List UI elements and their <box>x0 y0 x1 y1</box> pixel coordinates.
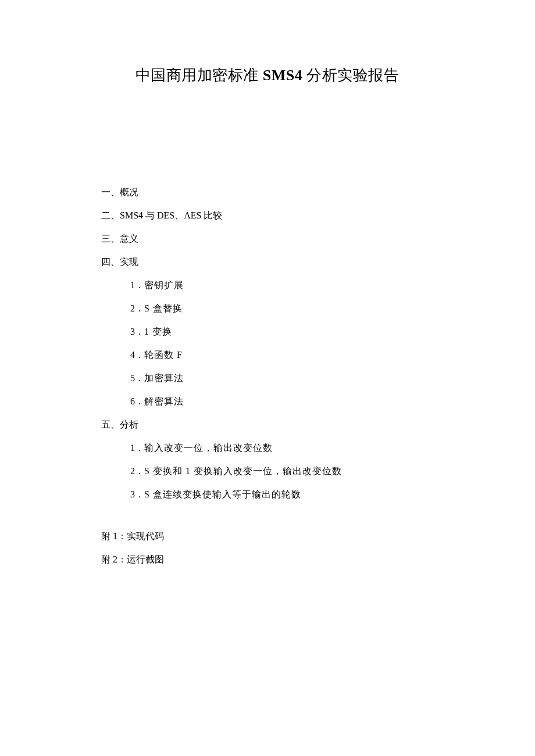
title-bold: SMS4 <box>263 67 302 84</box>
toc-section-5-1: 1 . 输入改变一位，输出改变位数 <box>101 441 433 455</box>
document-title: 中国商用加密标准 SMS4 分析实验报告 <box>101 65 433 85</box>
table-of-contents: 一、概况 二、SMS4 与 DES、AES 比较 三、意义 四、实现 1 . 密… <box>101 185 433 567</box>
toc-sub-label: 6 . 解密算法 <box>130 396 184 406</box>
toc-sub-label: 1 . 密钥扩展 <box>130 280 184 290</box>
toc-section-3: 三、意义 <box>101 232 433 246</box>
toc-sub-label: 3 . S 盒连续变换使输入等于输出的轮数 <box>130 489 301 499</box>
toc-section-4-5: 5 . 加密算法 <box>101 371 433 385</box>
toc-sub-label: 5 . 加密算法 <box>130 373 184 383</box>
title-suffix: 分析实验报告 <box>302 67 399 84</box>
toc-sub-label: 1 . 输入改变一位，输出改变位数 <box>130 443 273 453</box>
toc-section-4-6: 6 . 解密算法 <box>101 395 433 409</box>
toc-sub-label: 2 . S 变换和 1 变换输入改变一位，输出改变位数 <box>130 466 342 476</box>
toc-section-4: 四、实现 <box>101 255 433 269</box>
toc-section-5: 五、分析 <box>101 418 433 432</box>
toc-section-4-1: 1 . 密钥扩展 <box>101 278 433 292</box>
toc-section-5-2: 2 . S 变换和 1 变换输入改变一位，输出改变位数 <box>101 464 433 478</box>
toc-appendix-2: 附 2：运行截图 <box>101 553 433 567</box>
toc-section-4-3: 3 . 1 变换 <box>101 325 433 339</box>
toc-sub-label: 2 . S 盒替换 <box>130 303 183 313</box>
toc-appendix-1: 附 1：实现代码 <box>101 529 433 543</box>
toc-section-4-4: 4 . 轮函数 F <box>101 348 433 362</box>
toc-sub-label: 3 . 1 变换 <box>130 327 172 336</box>
toc-section-5-3: 3 . S 盒连续变换使输入等于输出的轮数 <box>101 488 433 501</box>
title-prefix: 中国商用加密标准 <box>135 67 263 84</box>
toc-section-4-2: 2 . S 盒替换 <box>101 302 433 316</box>
toc-section-1: 一、概况 <box>101 185 433 199</box>
document-page: 中国商用加密标准 SMS4 分析实验报告 一、概况 二、SMS4 与 DES、A… <box>0 0 535 567</box>
toc-section-2: 二、SMS4 与 DES、AES 比较 <box>101 209 433 223</box>
toc-sub-label: 4 . 轮函数 F <box>130 350 183 360</box>
